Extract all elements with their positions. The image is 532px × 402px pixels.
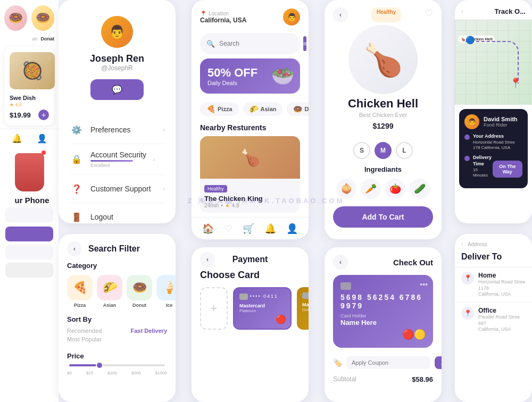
sort-popular[interactable]: Most Popular: [67, 336, 102, 342]
favorite-button[interactable]: ♡: [425, 7, 433, 22]
user-avatar[interactable]: 👨: [283, 9, 300, 26]
heart-icon[interactable]: ♡: [47, 54, 53, 62]
add-to-cart-button[interactable]: Add To Cart: [333, 206, 433, 228]
size-large[interactable]: L: [396, 142, 413, 159]
input-placeholder-1[interactable]: [5, 207, 53, 222]
message-button[interactable]: 💬: [90, 79, 144, 100]
user-icon[interactable]: 👤: [37, 133, 47, 144]
category-grid: 🍕 Pizza 🌮 Asian 🍩 Donut 🍦 Ice: [67, 275, 167, 308]
filter-back-button[interactable]: ‹: [67, 241, 82, 256]
search-filter-panel: ‹ Search Filter Category 🍕 Pizza 🌮 Asian…: [59, 234, 176, 402]
profile-nav-icon[interactable]: 👤: [286, 223, 298, 234]
deliver-back-button[interactable]: ‹: [461, 240, 463, 248]
card-mastercard-platinum[interactable]: •••• 0411 Mastercard Platinum 🔴: [233, 287, 292, 330]
price-slider-container: [67, 364, 167, 366]
driver-role: Food Rider: [484, 122, 518, 128]
apply-button[interactable]: Apply: [435, 356, 442, 369]
price-section: Price $0 $25 $100 $200 $1000: [59, 350, 176, 381]
menu-item-support[interactable]: ❓ Customer Support ›: [69, 175, 165, 203]
checkout-panel: ‹ Check Out ••• 5698 56254 6786 9979 Car…: [325, 247, 442, 402]
filter-button[interactable]: ≡: [303, 36, 306, 51]
payment-back-button[interactable]: ‹: [200, 252, 215, 267]
cc-chip-row: [340, 282, 426, 290]
bell-icon[interactable]: 🔔: [12, 133, 22, 144]
chip-pizza[interactable]: 🍕 Pizza: [200, 102, 239, 116]
address-home[interactable]: 📍 Home Horizontal Road Stree 1178Califor…: [455, 267, 532, 302]
category-pizza[interactable]: 🍕 Pizza: [67, 275, 93, 308]
swe-dish-name: Swe Dish: [10, 93, 49, 102]
menu-item-logout[interactable]: 🚪 Logout: [69, 203, 165, 223]
coupon-input[interactable]: [346, 356, 430, 369]
your-address-text: Your Address Horizontal Road Stree 178 C…: [473, 133, 522, 150]
add-to-cart-small[interactable]: +: [38, 110, 49, 120]
pin-icon: 📍: [200, 11, 206, 16]
search-input[interactable]: [219, 40, 299, 47]
category-asian[interactable]: 🌮 Asian: [97, 275, 122, 308]
track-header: ‹ Track O...: [455, 0, 532, 20]
map-area: 🍗 Chicken Hell 📍 🔵: [455, 20, 532, 105]
purple-action-btn[interactable]: [5, 227, 53, 241]
map-destination-pin: 📍: [510, 77, 521, 89]
home-nav-icon[interactable]: 🏠: [202, 223, 214, 234]
menu-item-account-security[interactable]: 🔒 Account Security Excellent ›: [69, 144, 165, 175]
input-placeholder-3[interactable]: [5, 263, 53, 278]
sort-recommended[interactable]: Recomended: [67, 328, 102, 334]
input-placeholder-2[interactable]: [5, 245, 53, 259]
payment-title: Payment: [232, 255, 268, 264]
category-donut[interactable]: 🍩 Donut: [127, 275, 152, 308]
checkout-title: Check Out: [393, 258, 433, 267]
category-ice[interactable]: 🍦 Ice: [156, 275, 176, 308]
card-menu-icon[interactable]: •••: [420, 280, 428, 289]
profile-menu: ⚙️ Preferences › 🔒 Account Security Exce…: [59, 111, 176, 223]
chevron-icon-3: ›: [163, 185, 165, 192]
restaurant-card[interactable]: 🍗 Healthy The Chicken King 24min • ★ 4.8: [200, 136, 300, 213]
heart-nav-icon[interactable]: ♡: [224, 223, 232, 234]
support-label: Customer Support: [90, 185, 156, 193]
add-card-button[interactable]: +: [200, 287, 228, 330]
price-slider[interactable]: [69, 364, 165, 366]
back-button[interactable]: ‹: [333, 7, 348, 22]
menu-item-preferences[interactable]: ⚙️ Preferences ›: [69, 116, 165, 144]
donut-icon-wrap: 🍩: [127, 275, 152, 300]
bell-nav-icon[interactable]: 🔔: [264, 223, 276, 234]
cc-number: 5698 56254 6786 9979: [340, 293, 426, 310]
driver-info: David Smith Food Rider: [484, 116, 518, 128]
on-way-button[interactable]: On The Way: [493, 161, 522, 178]
deliver-address-label: Address: [468, 241, 487, 247]
profile-name: Joseph Ren: [69, 53, 165, 64]
time-label: 24min: [204, 203, 219, 208]
card-chip-2: [302, 292, 309, 299]
sort-fast-delivery[interactable]: Fast Delivery: [131, 328, 167, 334]
card-master-gold[interactable]: •••• Maste... Gold 🔴: [297, 287, 309, 330]
size-medium[interactable]: M: [375, 142, 392, 159]
rating-value: 4.8: [232, 203, 239, 208]
security-status: Excellent: [90, 163, 146, 168]
healthy-badge: Healthy: [371, 7, 401, 22]
card-name-2: Maste...: [302, 302, 309, 307]
promo-banner[interactable]: 50% OFF Daily Deals 🥗: [200, 58, 300, 94]
address-office[interactable]: 📍 Office Parallel Road Stree 897Californ…: [455, 302, 532, 337]
payment-header: ‹ Payment: [192, 247, 309, 270]
food-label-2: Donat: [41, 36, 55, 41]
asian-chip-label: Asian: [261, 106, 277, 112]
sort-row-2: Most Popular: [67, 336, 167, 342]
price-thumb[interactable]: [96, 362, 103, 369]
map-origin-pin: 🔵: [466, 36, 475, 44]
star-icon: ★: [225, 203, 230, 208]
size-small[interactable]: S: [353, 142, 370, 159]
office-address-text: Office Parallel Road Stree 897California…: [478, 307, 526, 333]
chip-asian[interactable]: 🌮 Asian: [243, 102, 283, 116]
track-back-button[interactable]: ‹: [461, 7, 463, 15]
chip-donut[interactable]: 🍩 Donat: [287, 102, 309, 116]
bottom-nav-partial: 🔔 👤: [0, 129, 59, 148]
pizza-chip-label: Pizza: [218, 106, 232, 112]
swe-dish-image: 🥘 ♡: [10, 52, 55, 89]
cart-nav-icon[interactable]: 🛒: [243, 223, 254, 234]
price-ticks: $0 $25 $100 $200 $1000: [67, 371, 167, 375]
office-label: Office: [478, 307, 526, 314]
sort-row-1: Recomended Fast Delivery: [67, 328, 167, 334]
checkout-back-button[interactable]: ‹: [333, 255, 348, 270]
delivery-row: Delivery Time 15 Minutes On The Way: [464, 155, 522, 182]
ingredient-cucumber: 🥒: [410, 179, 430, 199]
notification-dot: [41, 150, 46, 155]
